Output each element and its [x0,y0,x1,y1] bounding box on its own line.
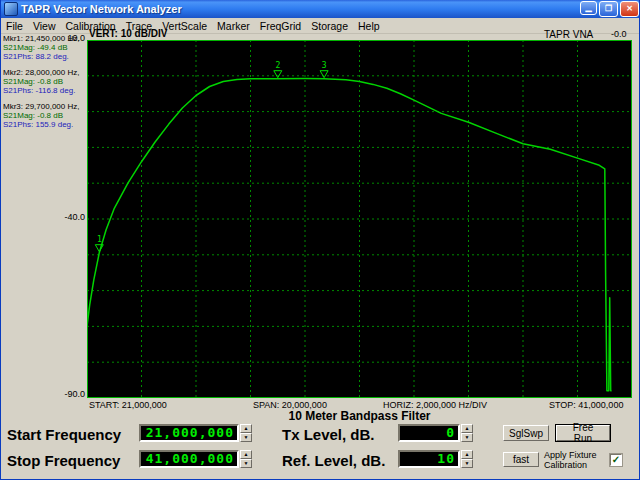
apply-fixture-calibration-label: Apply Fixture Calibration [544,450,610,470]
apply-fixture-calibration-group: Apply Fixture Calibration ✓ [544,450,622,470]
marker2-info: Mkr2: 28,000,000 Hz, S21Mag: -0.8 dB S21… [3,68,87,95]
brand-label: TAPR VNA [544,29,593,40]
tx-level-stepper: ▲ ▼ [461,424,473,442]
menu-item-marker[interactable]: Marker [212,20,255,32]
start-frequency-label: Start Frequency [7,426,121,443]
window-title: TAPR Vector Network Analyzer [21,3,578,15]
chart-caption: 10 Meter Bandpass Filter [87,409,632,423]
marker2-s21mag: S21Mag: -0.8 dB [3,77,87,86]
tx-level-up-arrow-icon[interactable]: ▲ [461,424,473,433]
marker1-s21mag: S21Mag: -49.4 dB [3,43,87,52]
ref-level-label: Ref. Level, dB. [282,452,385,469]
right-axis-top-label: -0.0 [611,29,627,39]
marker3-frequency: Mkr3: 29,700,000 Hz, [3,102,87,111]
maximize-button[interactable]: ❐ [599,1,618,17]
start-frequency-down-arrow-icon[interactable]: ▼ [240,433,252,442]
stop-frequency-value: 41,000,000 [146,452,234,466]
vert-scale-label: VERT: 10 dB/DIV [89,28,167,39]
marker2-s21phs: S21Phs: -116.8 deg. [3,86,87,95]
ref-level-value: 10 [437,452,455,466]
marker3-info: Mkr3: 29,700,000 Hz, S21Mag: -0.8 dB S21… [3,102,87,129]
app-window: TAPR Vector Network Analyzer ▁ ❐ ✕ File … [0,0,640,480]
svg-text:1: 1 [97,235,102,244]
fast-button[interactable]: fast [503,452,539,467]
tx-level-field[interactable]: 0 [398,424,460,442]
fixture-label-line2: Calibration [544,460,587,470]
menu-item-freqgrid[interactable]: FreqGrid [255,20,306,32]
app-icon[interactable] [4,2,18,16]
titlebar[interactable]: TAPR Vector Network Analyzer ▁ ❐ ✕ [1,0,640,18]
y-axis-label-top: 10.0 [45,33,85,43]
stop-frequency-stepper: ▲ ▼ [240,450,252,468]
tx-level-down-arrow-icon[interactable]: ▼ [461,433,473,442]
marker3-s21phs: S21Phs: 155.9 deg. [3,120,87,129]
apply-fixture-calibration-checkbox[interactable]: ✓ [610,454,622,466]
tx-level-value: 0 [446,426,455,440]
ref-level-field[interactable]: 10 [398,450,460,468]
y-axis-label-bottom: -90.0 [45,389,85,399]
s21-trace-chart: 123 [87,40,632,398]
fixture-label-line1: Apply Fixture [544,450,597,460]
check-icon: ✓ [612,455,620,465]
start-frequency-field[interactable]: 21,000,000 [139,424,239,442]
close-button[interactable]: ✕ [620,1,639,17]
y-axis-label-mid: -40.0 [45,212,85,222]
ref-level-stepper: ▲ ▼ [461,450,473,468]
plot-area[interactable]: 123 [87,40,632,398]
sglswp-button[interactable]: SglSwp [503,425,549,441]
window-controls: ▁ ❐ ✕ [578,1,639,17]
menu-item-help[interactable]: Help [353,20,385,32]
stop-frequency-up-arrow-icon[interactable]: ▲ [240,450,252,459]
stop-frequency-down-arrow-icon[interactable]: ▼ [240,459,252,468]
start-frequency-up-arrow-icon[interactable]: ▲ [240,424,252,433]
svg-text:2: 2 [275,61,280,70]
marker1-s21phs: S21Phs: 88.2 deg. [3,52,87,61]
marker3-s21mag: S21Mag: -0.8 dB [3,111,87,120]
menu-item-file[interactable]: File [1,20,28,32]
minimize-button[interactable]: ▁ [580,1,597,15]
start-frequency-value: 21,000,000 [146,426,234,440]
free-run-button[interactable]: Free Run [556,425,610,441]
tx-level-label: Tx Level, dB. [282,426,375,443]
menu-item-view[interactable]: View [28,20,61,32]
stop-frequency-label: Stop Frequency [7,452,120,469]
svg-text:3: 3 [322,61,327,70]
stop-frequency-field[interactable]: 41,000,000 [139,450,239,468]
marker2-frequency: Mkr2: 28,000,000 Hz, [3,68,87,77]
ref-level-up-arrow-icon[interactable]: ▲ [461,450,473,459]
menu-item-storage[interactable]: Storage [306,20,353,32]
start-frequency-stepper: ▲ ▼ [240,424,252,442]
marker-readout-panel: Mkr1: 21,450,000 Hz, S21Mag: -49.4 dB S2… [3,34,87,136]
ref-level-down-arrow-icon[interactable]: ▼ [461,459,473,468]
